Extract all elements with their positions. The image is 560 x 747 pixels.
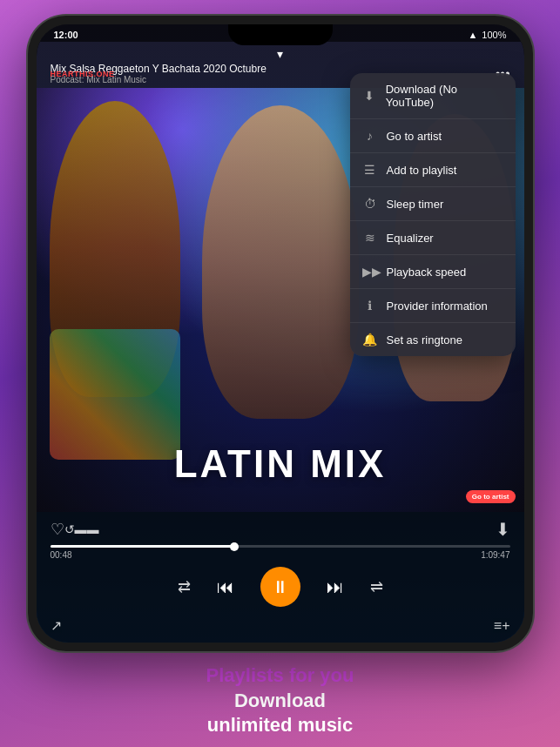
status-time: 12:00	[54, 30, 78, 40]
equalizer-icon: ≋	[362, 231, 378, 245]
menu-item-add-to-playlist[interactable]: ☰ Add to playlist	[350, 153, 516, 187]
progress-thumb[interactable]	[230, 542, 239, 551]
ringtone-icon: 🔔	[362, 333, 378, 347]
shuffle-button[interactable]: ⇄	[178, 577, 191, 596]
footer-line1: Playlists for you	[206, 663, 354, 689]
menu-playlist-label: Add to playlist	[387, 164, 457, 177]
control-icons-row: ♡ ↺ ▬▬ ⬇	[51, 519, 510, 540]
menu-item-go-to-artist[interactable]: ♪ Go to artist	[350, 119, 516, 153]
equalizer-button[interactable]: ▬▬	[75, 522, 99, 536]
menu-item-set-ringtone[interactable]: 🔔 Set as ringtone	[350, 323, 516, 356]
speed-icon: ▶▶	[362, 265, 378, 279]
time-row: 00:48 1:09:47	[51, 550, 510, 560]
progress-fill	[51, 545, 234, 548]
menu-info-label: Provider information	[387, 299, 488, 313]
footer-text: Playlists for you Download unlimited mus…	[206, 663, 354, 738]
share-button[interactable]: ↺	[64, 522, 75, 536]
player-container: 12:00 ▲ 100% ▾ Mix Salsa Reggaeton Y Bac…	[37, 24, 524, 643]
download-button[interactable]: ⬇	[496, 519, 510, 540]
notch	[228, 24, 333, 45]
menu-ringtone-label: Set as ringtone	[387, 333, 462, 347]
share-icon[interactable]: ↗	[51, 617, 62, 634]
pause-button[interactable]: ⏸	[260, 567, 300, 607]
like-button[interactable]: ♡	[51, 520, 64, 539]
progress-bar[interactable]	[51, 545, 510, 548]
chevron-down-icon[interactable]: ▾	[277, 47, 283, 61]
menu-artist-label: Go to artist	[387, 130, 442, 143]
time-total: 1:09:47	[481, 550, 509, 560]
menu-sleep-label: Sleep timer	[387, 198, 444, 211]
wifi-icon: ▲	[468, 30, 477, 40]
playback-buttons: ⇄ ⏮ ⏸ ⏭ ⇌	[51, 567, 510, 607]
sleep-timer-icon: ⏱	[362, 197, 378, 211]
playlist-add-icon: ☰	[362, 163, 378, 177]
battery-icon: 100%	[482, 30, 506, 40]
status-bar: 12:00 ▲ 100%	[37, 24, 524, 42]
bottom-controls: ↗ ≡+	[51, 614, 510, 639]
device-frame: 12:00 ▲ 100% ▾ Mix Salsa Reggaeton Y Bac…	[28, 16, 533, 651]
player-controls: ♡ ↺ ▬▬ ⬇ 00:48 1:09:47	[37, 512, 524, 643]
context-menu: ⬇ Download (No YouTube) ♪ Go to artist ☰…	[350, 73, 516, 356]
next-button[interactable]: ⏭	[327, 577, 344, 597]
footer-line2: Download	[206, 689, 354, 714]
menu-speed-label: Playback speed	[387, 266, 467, 279]
time-current: 00:48	[51, 550, 72, 560]
menu-item-provider-info[interactable]: ℹ Provider information	[350, 289, 516, 323]
menu-download-label: Download (No YouTube)	[386, 83, 503, 109]
album-art-text: LATIN MIX	[37, 442, 524, 486]
repeat-button[interactable]: ⇌	[370, 577, 383, 596]
artist-icon: ♪	[362, 129, 378, 143]
status-right: ▲ 100%	[468, 30, 506, 40]
prev-button[interactable]: ⏮	[217, 577, 234, 597]
footer-line3: unlimited music	[206, 713, 354, 738]
queue-icon[interactable]: ≡+	[494, 618, 510, 634]
download-icon: ⬇	[362, 89, 377, 103]
info-icon: ℹ	[362, 299, 378, 313]
go-to-artist-badge[interactable]: Go to artist	[466, 490, 516, 503]
pause-icon: ⏸	[272, 577, 289, 597]
menu-item-sleep-timer[interactable]: ⏱ Sleep timer	[350, 187, 516, 221]
menu-item-download[interactable]: ⬇ Download (No YouTube)	[350, 73, 516, 119]
device-screen: 12:00 ▲ 100% ▾ Mix Salsa Reggaeton Y Bac…	[37, 24, 524, 643]
menu-item-playback-speed[interactable]: ▶▶ Playback speed	[350, 255, 516, 289]
menu-eq-label: Equalizer	[387, 232, 434, 245]
app-logo: HEARTHIS.ONE	[51, 70, 115, 78]
progress-container[interactable]: 00:48 1:09:47	[51, 545, 510, 560]
menu-item-equalizer[interactable]: ≋ Equalizer	[350, 221, 516, 255]
